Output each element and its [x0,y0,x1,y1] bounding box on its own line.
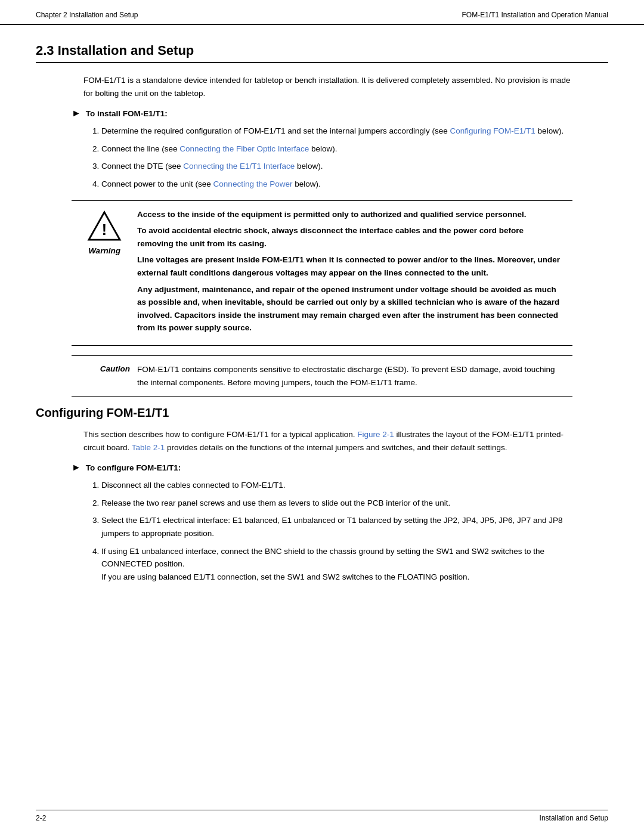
link-fiber-optic[interactable]: Connecting the Fiber Optic Interface [179,144,309,153]
link-figure-2-1[interactable]: Figure 2-1 [357,430,394,439]
warning-box: ! Warning Access to the inside of the eq… [72,200,572,346]
section-23-title: Installation and Setup [58,43,194,58]
install-step-3-before: Connect the DTE (see [101,162,183,171]
configure-step-2-text: Release the two rear panel screws and us… [101,498,450,507]
configuring-intro: This section describes how to configure … [83,428,572,454]
warning-line-4: Any adjustment, maintenance, and repair … [137,283,561,335]
page-header: Chapter 2 Installation and Setup FOM-E1/… [0,0,644,25]
install-step-3: Connect the DTE (see Connecting the E1/T… [101,160,572,173]
section-23-number: 2.3 [36,43,54,58]
link-configuring-fom[interactable]: Configuring FOM-E1/T1 [450,126,535,135]
section-23-intro: FOM-E1/T1 is a standalone device intende… [83,74,572,100]
page: Chapter 2 Installation and Setup FOM-E1/… [0,0,644,833]
configure-step-2: Release the two rear panel screws and us… [101,497,572,510]
svg-text:!: ! [102,221,107,238]
install-step-4-before: Connect power to the unit (see [101,179,213,188]
section-23-heading: 2.3 Installation and Setup [36,43,608,63]
install-step-3-after: below). [295,162,323,171]
caution-label-area: Caution [72,363,137,373]
configure-step-4-text: If using E1 unbalanced interface, connec… [101,547,544,581]
configuring-subsection-heading: Configuring FOM-E1/T1 [36,406,608,420]
warning-icon-area: ! Warning [72,208,137,255]
configure-step-4: If using E1 unbalanced interface, connec… [101,545,572,584]
link-e1t1-interface[interactable]: Connecting the E1/T1 Interface [183,162,295,171]
install-step-1: Determine the required configuration of … [101,125,572,138]
install-heading-label: To install FOM-E1/T1: [86,109,168,118]
footer-section-title: Installation and Setup [540,814,608,822]
header-right: FOM-E1/T1 Installation and Operation Man… [462,11,608,19]
header-left: Chapter 2 Installation and Setup [36,11,138,19]
install-step-2: Connect the line (see Connecting the Fib… [101,143,572,156]
warning-triangle-icon: ! [87,210,122,241]
link-power[interactable]: Connecting the Power [213,179,293,188]
warning-line-2: To avoid accidental electric shock, alwa… [137,224,561,250]
install-step-4: Connect power to the unit (see Connectin… [101,178,572,191]
configure-step-1-text: Disconnect all the cables connected to F… [101,481,285,490]
page-footer: 2-2 Installation and Setup [36,810,608,822]
caution-box: Caution FOM-E1/T1 contains components se… [72,355,572,397]
caution-label: Caution [100,364,130,373]
configure-arrow-icon: ► [72,462,81,473]
warning-line-1: Access to the inside of the equipment is… [137,208,561,221]
configure-heading-label: To configure FOM-E1/T1: [86,463,181,472]
install-step-1-before: Determine the required configuration of … [101,126,450,135]
install-step-2-before: Connect the line (see [101,144,179,153]
configure-step-3-text: Select the E1/T1 electrical interface: E… [101,516,562,538]
install-steps-list: Determine the required configuration of … [101,125,572,190]
footer-page-number: 2-2 [36,814,46,822]
configure-procedure-heading: ► To configure FOM-E1/T1: [72,462,608,473]
warning-text-block: Access to the inside of the equipment is… [137,208,572,338]
link-table-2-1[interactable]: Table 2-1 [132,443,165,452]
caution-text-block: FOM-E1/T1 contains components sensitive … [137,363,572,389]
configure-steps-list: Disconnect all the cables connected to F… [101,479,572,583]
configure-step-1: Disconnect all the cables connected to F… [101,479,572,492]
main-content: 2.3 Installation and Setup FOM-E1/T1 is … [0,25,644,609]
install-step-4-after: below). [292,179,320,188]
configuring-intro-after: provides details on the functions of the… [165,443,507,452]
arrow-icon: ► [72,108,81,119]
install-step-1-after: below). [535,126,564,135]
warning-label: Warning [88,246,120,255]
configuring-title: Configuring FOM-E1/T1 [36,406,169,419]
warning-line-3: Line voltages are present inside FOM-E1/… [137,253,561,279]
configuring-intro-before: This section describes how to configure … [83,430,357,439]
configure-step-3: Select the E1/T1 electrical interface: E… [101,514,572,540]
install-procedure-heading: ► To install FOM-E1/T1: [72,108,608,119]
install-step-2-after: below). [309,144,337,153]
